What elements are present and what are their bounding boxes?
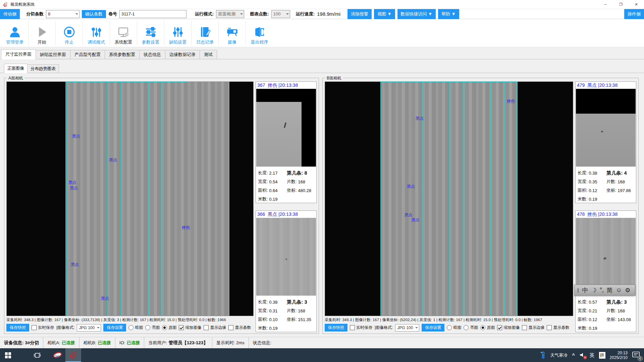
log-record-button[interactable]: 日志记录: [192, 21, 219, 45]
volume-muted-icon[interactable]: ✕: [579, 352, 585, 359]
camera-button[interactable]: 摄像: [219, 21, 246, 45]
icon-toolbar: 管理登录 开始 停止 调试模式 系统配置 参数设置 缺陷设置 日志记录: [0, 19, 644, 47]
defect-label: 黑点: [407, 184, 415, 189]
ime-pinyin-indicator[interactable]: 拼: [599, 352, 605, 359]
io-conn-label: IO:: [119, 340, 125, 345]
defect-label: 黑点: [109, 157, 117, 163]
save-settings-button[interactable]: 保存设置: [422, 324, 444, 331]
help-menu-button[interactable]: 帮助 ▼: [438, 9, 459, 19]
tab-edge-data-record[interactable]: 边缘数据记录: [165, 50, 200, 59]
original-image-radio[interactable]: [162, 325, 167, 330]
show-count-checkbox[interactable]: [547, 325, 552, 330]
task-view-button[interactable]: [29, 348, 45, 362]
realtime-save-checkbox[interactable]: [350, 325, 355, 330]
exit-program-button[interactable]: 退出程序: [246, 21, 273, 45]
tab-defect-monitor[interactable]: 缺陷监控界面: [36, 50, 70, 59]
image-format-select[interactable]: JPG 100: [77, 324, 101, 331]
ime-fullwidth-moon-icon[interactable]: ☽: [591, 287, 597, 294]
ime-emoji-icon[interactable]: ☺: [616, 287, 622, 294]
run-mode-label: 运行模式:: [195, 11, 214, 17]
tab-status-info[interactable]: 状态信息: [139, 50, 165, 59]
current-user-label: 当前用户:: [148, 340, 167, 346]
show-edge-checkbox[interactable]: [204, 325, 209, 330]
play-icon: [36, 26, 48, 38]
zoom-image-checkbox[interactable]: [179, 325, 184, 330]
chart-points-select[interactable]: 100: [271, 10, 290, 18]
ime-toolbar: ∥ 中 ☽ °, 简 ☺ ⚙: [574, 285, 635, 296]
drive-side-button[interactable]: 传动侧: [0, 9, 20, 19]
monitor-gear-icon: [117, 26, 130, 38]
zoom-image-checkbox[interactable]: [497, 325, 502, 330]
strip-boundaries: [66, 82, 188, 316]
ime-drag-handle[interactable]: ∥: [577, 288, 579, 293]
run-mode-select[interactable]: 双面检测: [216, 10, 244, 18]
tuning-icon: [90, 26, 103, 38]
ime-punctuation-toggle[interactable]: °,: [600, 287, 604, 294]
tab-system-param-config[interactable]: 系统参数配置: [105, 50, 140, 59]
windows-logo-icon: [5, 352, 11, 358]
system-config-button[interactable]: 系统配置: [110, 21, 137, 45]
defect-snapshot: [576, 89, 636, 167]
tab-size-monitor[interactable]: 尺寸监控界面: [1, 49, 36, 59]
defect-card[interactable]: 367 挫伤 |20:13:38 长度: 2.17 第几条: 8 宽度: 0.5…: [256, 81, 317, 203]
defect-label: 黑点: [70, 185, 78, 191]
camera-a-status-line: 采集耗时: 348.3 | 图像计数: 167 | 像素坐标: (333,713…: [6, 316, 254, 323]
image-format-select[interactable]: JPG 100: [395, 324, 419, 331]
subtab-trend-chart[interactable]: 分布趋势图表: [27, 64, 59, 73]
hidden-icons-caret[interactable]: ^: [572, 353, 575, 358]
parameter-settings-button[interactable]: 参数设置: [137, 21, 164, 45]
dark-image-radio[interactable]: [128, 325, 133, 330]
vision-app-icon: [69, 351, 78, 359]
dark-image-radio[interactable]: [447, 325, 452, 330]
view-menu-button[interactable]: 视图 ▼: [374, 9, 395, 19]
debug-mode-button[interactable]: 调试模式: [83, 21, 110, 45]
taskbar-clock[interactable]: 20:13 2025/2/10: [610, 351, 628, 360]
defect-label: 挫伤: [507, 99, 515, 104]
tab-test[interactable]: 测试: [200, 50, 217, 59]
admin-login-button[interactable]: 管理登录: [1, 21, 29, 45]
clear-alarm-button[interactable]: 清除报警: [347, 9, 372, 19]
camera-b-image[interactable]: 挫伤黑点黑点黑点黑点: [325, 81, 573, 316]
tab-product-model-config[interactable]: 产品型号配置: [70, 50, 105, 59]
roll-number-input[interactable]: [119, 10, 186, 18]
split-count-select[interactable]: 8: [46, 10, 79, 18]
ime-mode-chinese[interactable]: 中: [582, 286, 588, 294]
defect-card[interactable]: 366 黑点 |20:13:38 长度: 0.38 第几条: 3 宽度: 0.3…: [256, 210, 317, 332]
action-center-button[interactable]: 6: [632, 351, 641, 360]
original-image-radio[interactable]: [480, 325, 485, 330]
run-speed-value: 198.9m/mi: [317, 11, 340, 17]
status-info-label: 状态信息:: [253, 340, 272, 346]
quick-access-menu-button[interactable]: 数据快捷访问 ▼: [397, 9, 436, 19]
save-snapshot-button[interactable]: 保存快照: [325, 324, 347, 331]
operator-side-button[interactable]: 操作侧: [624, 9, 644, 19]
camera-a-image[interactable]: 黑点黑点黑点黑点挫伤黑点黑点: [6, 81, 254, 316]
bright-image-radio[interactable]: [145, 325, 150, 330]
ime-settings-gear-icon[interactable]: ⚙: [625, 287, 630, 294]
weather-text[interactable]: 天气寒冷: [550, 352, 568, 358]
stop-button[interactable]: 停止: [56, 21, 83, 45]
bright-image-radio[interactable]: [464, 325, 469, 330]
defect-settings-button[interactable]: 缺陷设置: [164, 21, 192, 45]
subtab-front-image[interactable]: 正面图像: [4, 64, 28, 73]
window-title: 视觉检测系统: [10, 2, 35, 7]
start-button[interactable]: 开始: [29, 21, 56, 45]
confirm-count-button[interactable]: 确认条数: [82, 10, 106, 18]
save-settings-button[interactable]: 保存设置: [103, 324, 126, 331]
show-count-checkbox[interactable]: [228, 325, 233, 330]
current-user-value: 管理员【123-123】: [169, 340, 208, 346]
chevron-down-icon: [240, 13, 243, 16]
start-button[interactable]: [0, 348, 16, 362]
defect-card[interactable]: 478 挫伤 |20:13:38 长度: 0.57 第几条: 3 宽度: 0.2…: [575, 210, 636, 332]
close-icon[interactable]: ✕: [629, 0, 644, 9]
minimize-icon[interactable]: ─: [598, 0, 613, 9]
vision-app-taskbar-button[interactable]: [65, 348, 81, 362]
exit-icon: [253, 26, 266, 38]
defect-card[interactable]: 479 黑点 |20:13:38 长度: 0.38 第几条: 4 宽度: 0.3…: [575, 81, 636, 203]
maximize-icon[interactable]: ❐: [613, 0, 629, 9]
show-edge-checkbox[interactable]: [522, 325, 527, 330]
ime-language-indicator[interactable]: 英: [590, 352, 595, 359]
snipping-tool-button[interactable]: ✂: [50, 348, 65, 362]
realtime-save-checkbox[interactable]: [32, 325, 37, 330]
save-snapshot-button[interactable]: 保存快照: [6, 324, 29, 331]
ime-simplified-toggle[interactable]: 简: [607, 286, 613, 294]
